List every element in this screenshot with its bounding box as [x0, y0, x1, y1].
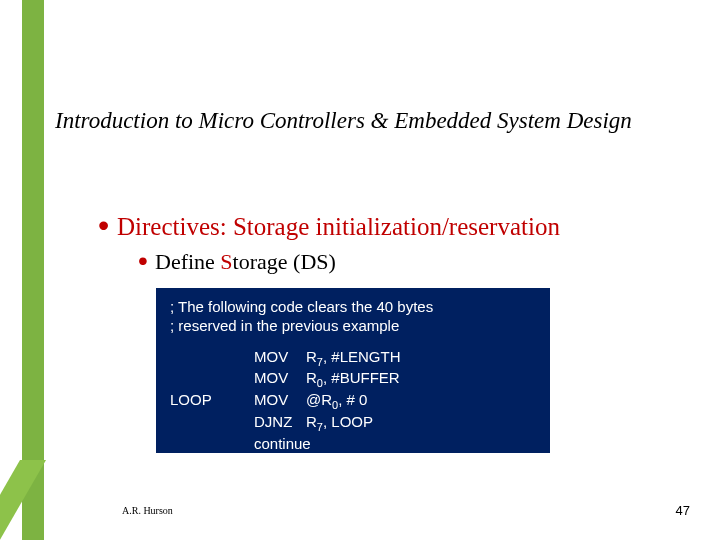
side-green-bar — [22, 0, 44, 540]
code-arg: R7, #LENGTH — [306, 348, 536, 370]
code-label — [170, 413, 254, 435]
code-label — [170, 348, 254, 370]
code-op: MOV — [254, 369, 306, 391]
bullet-text-1: Directives: Storage initialization/reser… — [117, 213, 560, 241]
bullet-text-2: Define Storage (DS) — [155, 249, 336, 275]
code-block: ; The following code clears the 40 bytes… — [156, 288, 550, 453]
code-arg: R0, #BUFFER — [306, 369, 536, 391]
code-label — [170, 435, 254, 454]
code-rows: MOV R7, #LENGTH MOV R0, #BUFFER LOOP MOV… — [170, 348, 536, 454]
code-op: MOV — [254, 391, 306, 413]
code-comment: ; The following code clears the 40 bytes… — [170, 298, 536, 336]
code-arg — [306, 435, 536, 454]
code-op: MOV — [254, 348, 306, 370]
code-arg: R7, LOOP — [306, 413, 536, 435]
code-label: LOOP — [170, 391, 254, 413]
code-op: continue — [254, 435, 306, 454]
slide-title: Introduction to Micro Controllers & Embe… — [55, 108, 632, 134]
code-arg: @R0, # 0 — [306, 391, 536, 413]
code-label — [170, 369, 254, 391]
code-op: DJNZ — [254, 413, 306, 435]
page-number: 47 — [676, 503, 690, 518]
bullet-dot-1: • — [98, 207, 109, 244]
author-footer: A.R. Hurson — [122, 505, 173, 516]
bullet-dot-2: • — [138, 245, 148, 277]
